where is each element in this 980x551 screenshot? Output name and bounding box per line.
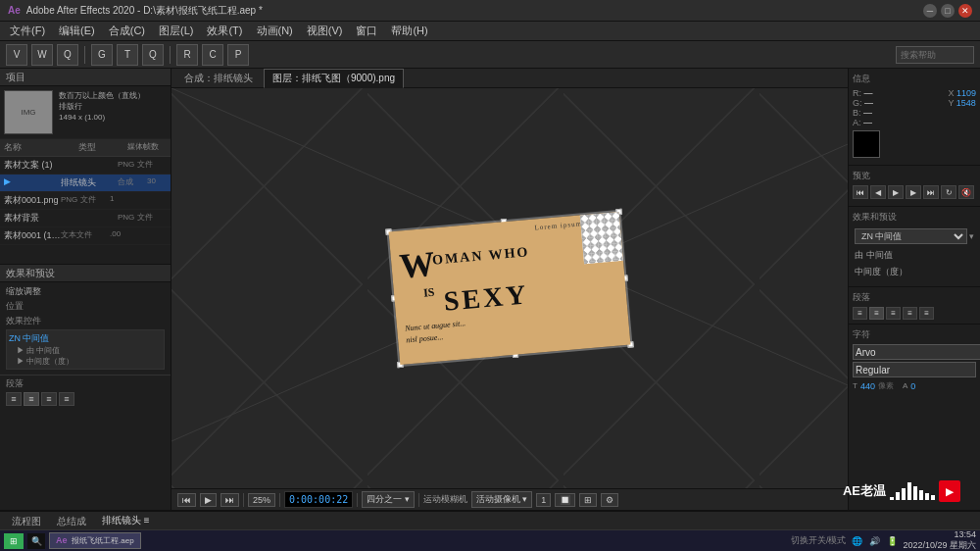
viewer-play[interactable]: ▶ (200, 493, 217, 507)
para-section: 段落 ≡ ≡ ≡ ≡ ≡ (849, 287, 980, 325)
para-btn-4[interactable]: ≡ (903, 307, 917, 320)
taskbar-start-button[interactable]: ⊞ (4, 533, 24, 549)
viewer-timecode: 0:00:00:22 (284, 491, 353, 508)
para-btn-1[interactable]: ≡ (853, 307, 867, 320)
viewer-playback-next[interactable]: ⏭ (220, 493, 239, 507)
font-name-input[interactable] (853, 344, 980, 360)
timeline-tabs: 流程图 总结成 排纸镜头 ≡ (0, 512, 980, 531)
font-section: 字符 T 440 像素 A 0 (849, 325, 980, 395)
taskbar-battery-icon[interactable]: 🔋 (885, 534, 899, 548)
vc-sep-3 (357, 493, 358, 507)
preview-skip-back[interactable]: ⏮ (853, 185, 868, 199)
effect-wait-section: 效果和预设 ZN 中间值 ▾ 由 中间值 中间度（度） (849, 207, 980, 287)
transition-dropdown-row: ZN 中间值 ▾ (855, 228, 974, 244)
newspaper-sexy: SEXY (443, 278, 530, 317)
camera-select[interactable]: 活动摄像机 ▾ (471, 491, 533, 508)
font-style-input[interactable] (853, 362, 976, 377)
para-justify[interactable]: ≡ (59, 392, 74, 406)
para-align-left[interactable]: ≡ (6, 392, 22, 406)
menu-help[interactable]: 帮助(H) (385, 22, 433, 40)
tool-rotate[interactable]: R (176, 44, 198, 66)
para-btn-5[interactable]: ≡ (919, 307, 934, 320)
preview-controls: ⏮ ◀ ▶ ▶ ⏭ ↻ 🔇 (853, 185, 976, 199)
preview-mute[interactable]: 🔇 (958, 185, 974, 199)
menu-anim[interactable]: 动画(N) (251, 22, 299, 40)
close-button[interactable]: ✕ (958, 4, 972, 18)
menu-effect[interactable]: 效果(T) (201, 22, 248, 40)
project-row-0[interactable]: 素材文案 (1) PNG 文件 (0, 157, 171, 175)
window-controls: ─ □ ✕ (923, 4, 972, 18)
zoom-level[interactable]: 25% (248, 493, 275, 507)
tool-hand[interactable]: W (31, 44, 53, 66)
tool-pen[interactable]: G (91, 44, 113, 66)
tab-comp[interactable]: 合成：排纸镜头 (175, 69, 262, 88)
viewer-playback-prev[interactable]: ⏮ (177, 493, 196, 507)
tl-tab-render[interactable]: 总结成 (49, 513, 94, 530)
transition-select[interactable]: ZN 中间值 (855, 228, 967, 244)
tool-puppet[interactable]: P (227, 44, 249, 66)
newspaper-is: IS (422, 285, 435, 301)
tl-tab-comp[interactable]: 排纸镜头 ≡ (94, 512, 158, 530)
tool-zoom[interactable]: Q (57, 44, 78, 66)
tool-camera[interactable]: C (202, 44, 223, 66)
app-title: Adobe After Effects 2020 - D:\素材\报纸飞纸工程.… (26, 4, 263, 18)
para-btn-2[interactable]: ≡ (869, 307, 884, 320)
viewer-controls: ⏮ ▶ ⏭ 25% 0:00:00:22 四分之一 ▾ 运动模糊机 活动摄像机 … (172, 488, 848, 510)
taskbar-search-btn[interactable]: 🔍 (27, 533, 45, 549)
project-row-4[interactable]: 素材0001 (1)... 文本文件 .00 (0, 227, 171, 245)
viewer-settings[interactable]: ⚙ (601, 493, 618, 507)
menu-file[interactable]: 文件(F) (4, 22, 51, 40)
vc-sep-1 (243, 493, 244, 507)
toolbar-separator-1 (84, 46, 85, 64)
project-row-3[interactable]: 素材背景 PNG 文件 (0, 210, 171, 227)
preview-loop[interactable]: ↻ (941, 185, 956, 199)
tool-shape[interactable]: Q (142, 44, 164, 66)
help-search-input[interactable] (896, 46, 974, 64)
para-align-right[interactable]: ≡ (41, 392, 57, 406)
para-align-center[interactable]: ≡ (24, 392, 39, 406)
project-panel: 项目 IMG 数百万以上颜色（直线） 排版行 1494 x (1.00) 名称 … (0, 69, 171, 265)
menu-edit[interactable]: 编辑(E) (53, 22, 101, 40)
newspaper-w: W (398, 243, 437, 287)
project-row-2[interactable]: 素材0001.png PNG 文件 1 (0, 192, 171, 210)
taskbar-sound-icon[interactable]: 🔊 (867, 534, 881, 548)
bar-3 (907, 482, 911, 500)
center-area: 合成：排纸镜头 图层：排纸飞图（9000).png (172, 69, 848, 510)
viewer-num[interactable]: 1 (536, 493, 551, 507)
menu-window[interactable]: 窗口 (350, 22, 383, 40)
para-btn-3[interactable]: ≡ (886, 307, 901, 320)
preview-next[interactable]: ▶ (906, 185, 921, 199)
preview-skip-fwd[interactable]: ⏭ (923, 185, 939, 199)
tl-tab-flowchart[interactable]: 流程图 (4, 513, 49, 530)
menu-bar: 文件(F) 编辑(E) 合成(C) 图层(L) 效果(T) 动画(N) 视图(V… (0, 22, 980, 41)
project-table-header: 名称 类型 媒体帧数 (0, 139, 171, 157)
viewer-grid[interactable]: ⊞ (579, 493, 597, 507)
preview-play[interactable]: ▶ (888, 185, 904, 199)
menu-comp[interactable]: 合成(C) (103, 22, 151, 40)
taskbar: ⊞ 🔍 Ae 报纸飞纸工程.aep 切换开关/模式 🌐 🔊 🔋 13:54 20… (0, 529, 980, 551)
menu-view[interactable]: 视图(V) (301, 22, 349, 40)
watermark-text: AE老温 (843, 482, 886, 500)
vc-sep-2 (279, 493, 280, 507)
maximize-button[interactable]: □ (941, 4, 955, 18)
taskbar-system-icons: 🌐 🔊 🔋 (850, 534, 899, 548)
project-row-1[interactable]: ▶ 排纸镜头 合成 30 (0, 175, 171, 192)
vc-sep-4 (418, 493, 419, 507)
taskbar-ae-item[interactable]: Ae 报纸飞纸工程.aep (49, 532, 141, 549)
bar-2 (902, 488, 906, 500)
preview-prev[interactable]: ◀ (870, 185, 886, 199)
tab-layer[interactable]: 图层：排纸飞图（9000).png (264, 69, 404, 88)
viewer-snap[interactable]: 🔲 (555, 493, 575, 507)
bar-6 (925, 493, 929, 500)
menu-layer[interactable]: 图层(L) (153, 22, 199, 40)
viewer-tabs: 合成：排纸镜头 图层：排纸飞图（9000).png (172, 69, 848, 88)
minimize-button[interactable]: ─ (923, 4, 937, 18)
resolution-dropdown[interactable]: 四分之一 ▾ (362, 491, 415, 508)
tool-text[interactable]: T (117, 44, 138, 66)
tool-select[interactable]: V (6, 44, 27, 66)
taskbar-network-icon[interactable]: 🌐 (850, 534, 863, 548)
transparency-checker (580, 212, 623, 264)
watermark-bars (890, 482, 935, 500)
effects-panel-header: 效果和预设 (0, 265, 171, 282)
preview-section: 预览 ⏮ ◀ ▶ ▶ ⏭ ↻ 🔇 (849, 166, 980, 207)
